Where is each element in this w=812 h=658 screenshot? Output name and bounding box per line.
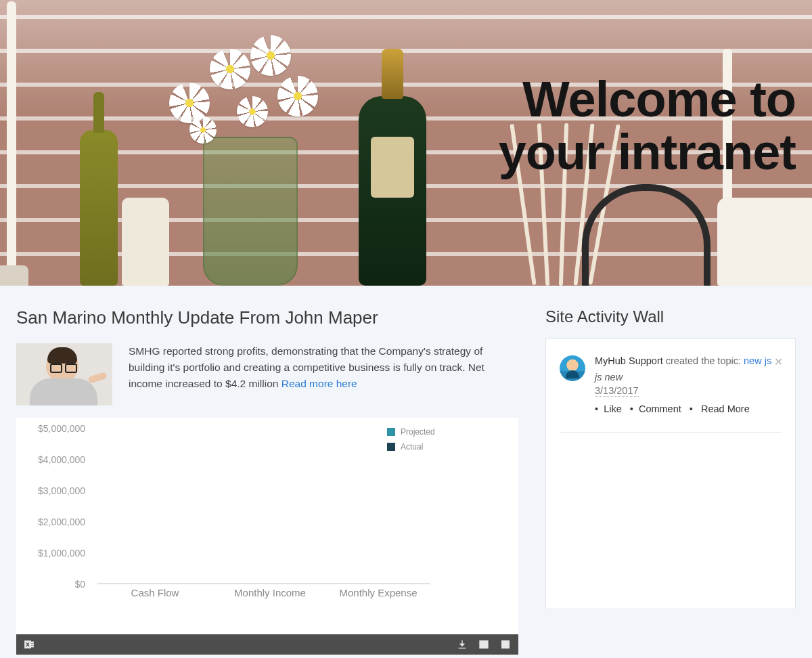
activity-post: ✕ MyHub Support created the topic: new j…: [560, 355, 782, 429]
post-excerpt: js new: [595, 372, 782, 382]
fullscreen-icon[interactable]: [498, 637, 513, 652]
decor-champagne: [359, 96, 426, 286]
svg-rect-4: [480, 641, 488, 649]
chart-plot-area: $0$1,000,000$2,000,000$3,000,000$4,000,0…: [23, 424, 430, 607]
svg-rect-1: [31, 642, 34, 643]
author-photo: [16, 343, 112, 405]
chart-y-axis: $0$1,000,000$2,000,000$3,000,000$4,000,0…: [23, 429, 91, 584]
activity-wall: ✕ MyHub Support created the topic: new j…: [545, 338, 796, 609]
x-tick-label: Monthly Income: [219, 587, 321, 598]
download-icon[interactable]: [455, 637, 470, 652]
x-tick-label: Cash Flow: [104, 587, 206, 598]
read-more-link[interactable]: Read more here: [281, 378, 357, 389]
post-actions: • Like • Comment • Read More: [595, 403, 782, 414]
divider: [560, 432, 782, 433]
decor-bottle: [80, 130, 118, 286]
y-tick-label: $4,000,000: [38, 454, 85, 465]
hero-title-line1: Welcome to: [499, 73, 796, 126]
y-tick-label: $2,000,000: [38, 517, 85, 527]
chart-bars: [97, 429, 430, 584]
decor-pillar-candle: [122, 198, 169, 286]
chart-toolbar: [16, 634, 518, 655]
avatar: [560, 355, 585, 381]
post-author: MyHub Support: [595, 355, 663, 366]
hero-banner: Welcome to your intranet: [0, 0, 812, 286]
chart-x-axis: Cash FlowMonthly IncomeMonthly Expense: [97, 587, 430, 603]
post-topic-link[interactable]: new js: [744, 355, 771, 366]
decor-flowers: [162, 28, 338, 164]
decor-cake: [717, 198, 812, 286]
article-title: San Marino Monthly Update From John Mape…: [16, 307, 518, 328]
y-tick-label: $1,000,000: [38, 548, 85, 558]
article-body: SMHG reported strong profits, demonstrat…: [129, 343, 518, 392]
excel-icon[interactable]: [22, 637, 37, 652]
sidebar-title: Site Activity Wall: [545, 307, 796, 326]
comment-button[interactable]: Comment: [639, 403, 681, 414]
x-tick-label: Monthly Expense: [328, 587, 429, 598]
decor-candle: [7, 1, 16, 286]
like-button[interactable]: Like: [604, 403, 622, 414]
svg-rect-2: [31, 644, 34, 645]
y-tick-label: $5,000,000: [38, 423, 85, 434]
svg-rect-6: [503, 642, 507, 646]
hero-title: Welcome to your intranet: [499, 73, 796, 178]
hero-title-line2: your intranet: [499, 126, 796, 179]
y-tick-label: $3,000,000: [38, 485, 85, 496]
post-date: 3/13/2017: [595, 385, 639, 397]
close-icon[interactable]: ✕: [774, 355, 783, 368]
read-more-button[interactable]: Read More: [701, 403, 750, 414]
post-action-text: created the topic:: [663, 355, 744, 366]
decor-chair: [582, 184, 710, 286]
financial-chart: Projected Actual $0$1,000,000$2,000,000$…: [16, 418, 518, 634]
svg-rect-3: [31, 646, 34, 647]
y-tick-label: $0: [74, 579, 85, 590]
table-view-icon[interactable]: [476, 637, 491, 652]
